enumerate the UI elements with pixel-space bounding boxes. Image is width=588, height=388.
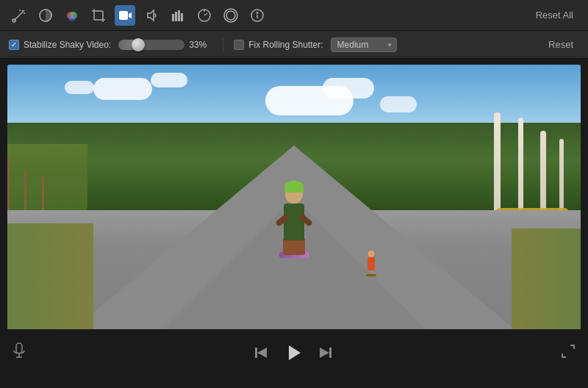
microphone-icon[interactable] — [12, 342, 26, 364]
skater2-body — [368, 257, 375, 270]
svg-point-9 — [68, 14, 76, 21]
video-area — [7, 65, 581, 329]
svg-rect-35 — [329, 348, 331, 358]
cloud-5 — [323, 78, 374, 98]
skater-legs — [283, 239, 305, 255]
svg-point-29 — [257, 12, 258, 13]
slider-thumb[interactable] — [132, 38, 145, 51]
stabilize-slider-container: 33% — [118, 40, 212, 50]
playback-right — [560, 343, 576, 363]
svg-line-23 — [204, 13, 207, 15]
skip-forward-button[interactable] — [318, 345, 334, 361]
audio-icon[interactable] — [141, 5, 162, 26]
fullscreen-icon[interactable] — [560, 343, 576, 363]
skater2-head — [368, 251, 374, 257]
cloud-1 — [93, 78, 152, 100]
rolling-shutter-value: Medium — [337, 40, 385, 50]
play-triangle-icon — [289, 345, 301, 360]
stabilize-checkbox-group: Stabilize Shaky Video: — [9, 40, 111, 50]
crop-icon[interactable] — [88, 5, 109, 26]
reset-all-button[interactable]: Reset All — [530, 7, 579, 24]
rolling-shutter-label: Fix Rolling Shutter: — [248, 40, 323, 50]
stabilize-percent: 33% — [189, 40, 212, 50]
svg-rect-30 — [16, 343, 22, 353]
effect-icon[interactable] — [220, 5, 241, 26]
svg-marker-36 — [320, 348, 329, 358]
controls-bar: Stabilize Shaky Video: 33% Fix Rolling S… — [0, 31, 588, 59]
top-toolbar: Reset All — [0, 0, 588, 31]
svg-rect-21 — [181, 13, 183, 21]
play-button[interactable] — [281, 340, 306, 365]
main-skater — [272, 167, 316, 255]
toolbar-icons — [9, 5, 523, 26]
video-scene — [7, 65, 581, 329]
video-frame — [7, 65, 581, 329]
road-edge-right — [512, 229, 581, 329]
cloud-3 — [65, 81, 94, 94]
color-correction-icon[interactable] — [62, 5, 82, 26]
svg-rect-10 — [94, 11, 103, 20]
equalizer-icon[interactable] — [168, 5, 188, 26]
svg-line-4 — [22, 10, 23, 11]
svg-rect-15 — [119, 11, 128, 20]
svg-marker-16 — [129, 12, 132, 18]
cloud-2 — [151, 73, 187, 87]
magic-wand-icon[interactable] — [9, 5, 29, 26]
playback-center — [253, 340, 334, 365]
stabilize-label: Stabilize Shaky Video: — [24, 40, 111, 50]
playback-left — [12, 342, 26, 364]
svg-rect-19 — [175, 12, 177, 21]
speed-icon[interactable] — [194, 5, 215, 26]
info-icon[interactable] — [247, 5, 268, 26]
video-stabilization-icon[interactable] — [115, 5, 135, 26]
background-skater — [363, 244, 379, 276]
playback-bar — [0, 335, 588, 370]
skater-helmet — [284, 181, 304, 193]
skater-body — [284, 204, 304, 240]
cloud-6 — [380, 96, 417, 112]
rolling-shutter-checkbox[interactable] — [234, 40, 244, 50]
svg-rect-33 — [255, 348, 257, 358]
svg-rect-20 — [178, 10, 180, 21]
skater2-board — [366, 274, 376, 276]
road-edge-left — [7, 223, 93, 329]
stabilize-checkbox[interactable] — [9, 40, 19, 50]
rolling-shutter-dropdown[interactable]: Medium ▾ — [331, 37, 397, 52]
svg-marker-17 — [148, 10, 154, 21]
svg-marker-34 — [257, 348, 267, 358]
svg-rect-18 — [172, 14, 174, 21]
skip-back-button[interactable] — [253, 345, 269, 361]
rolling-shutter-checkbox-group: Fix Rolling Shutter: — [234, 40, 323, 50]
dropdown-arrow-icon: ▾ — [388, 41, 392, 48]
svg-point-25 — [226, 11, 235, 20]
reset-button[interactable]: Reset — [542, 36, 579, 53]
stabilize-slider[interactable] — [118, 40, 184, 50]
divider — [223, 37, 223, 52]
color-balance-icon[interactable] — [35, 5, 56, 26]
